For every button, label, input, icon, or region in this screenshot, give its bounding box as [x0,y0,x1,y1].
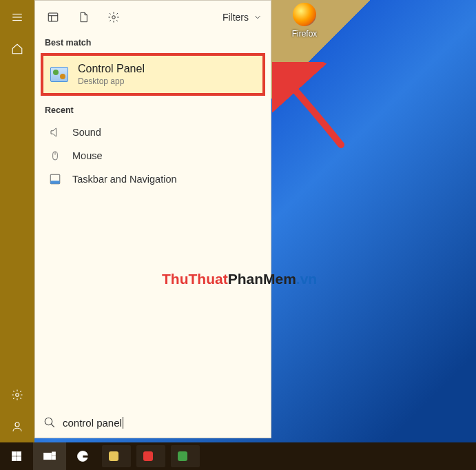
section-best-match: Best match [35,34,271,53]
start-rail [0,0,34,442]
svg-point-4 [15,422,19,427]
recent-item-label: Sound [72,127,101,138]
watermark: ThuThuatPhanMem.vn [162,271,317,287]
svg-point-3 [16,394,19,397]
result-control-panel[interactable]: Control Panel Desktop app [41,53,265,96]
start-button[interactable] [0,442,33,470]
desktop-icon-firefox[interactable]: Firefox [280,3,329,39]
taskview-button[interactable] [33,442,66,470]
svg-rect-12 [50,181,60,184]
taskbar-item[interactable] [171,445,200,467]
recent-item-label: Mouse [72,150,103,161]
gear-icon[interactable] [100,1,127,34]
search-panel: Filters Best match Control Panel Desktop… [34,0,271,438]
svg-rect-16 [17,451,21,456]
filters-dropdown[interactable]: Filters [223,12,262,23]
result-title: Control Panel [78,63,145,75]
home-button[interactable] [0,33,34,65]
taskbar-item[interactable] [102,445,131,467]
document-icon[interactable] [70,1,97,34]
search-input[interactable]: control panel [35,407,271,438]
hamburger-button[interactable] [0,1,34,33]
svg-rect-5 [48,13,58,21]
mouse-icon [49,150,61,162]
taskbar-icon [49,173,61,185]
recent-item-taskbar[interactable]: Taskbar and Navigation [35,167,271,191]
account-button[interactable] [0,411,34,442]
apps-icon[interactable] [39,1,67,34]
taskbar [0,442,476,470]
edge-button[interactable] [66,442,99,470]
svg-rect-21 [52,456,56,460]
svg-point-8 [112,16,116,19]
desktop-icon-label: Firefox [280,29,329,39]
recent-item-label: Taskbar and Navigation [72,174,177,185]
result-subtitle: Desktop app [78,76,145,86]
speaker-icon [49,126,61,139]
recent-item-mouse[interactable]: Mouse [35,144,271,167]
search-text: control panel [63,417,123,429]
taskbar-item[interactable] [136,445,165,467]
svg-rect-15 [12,451,16,456]
svg-rect-18 [17,457,21,461]
svg-rect-17 [12,457,16,461]
panel-toolbar: Filters [35,1,271,34]
section-recent: Recent [35,101,271,121]
recent-item-sound[interactable]: Sound [35,121,271,144]
chevron-down-icon [253,12,262,22]
svg-line-14 [51,424,54,427]
settings-button[interactable] [0,379,34,411]
firefox-icon [293,3,316,26]
control-panel-icon [50,67,68,82]
search-icon [43,416,56,429]
svg-rect-20 [52,452,56,456]
svg-point-13 [45,418,52,425]
svg-rect-19 [44,453,52,460]
filters-label: Filters [223,12,249,23]
